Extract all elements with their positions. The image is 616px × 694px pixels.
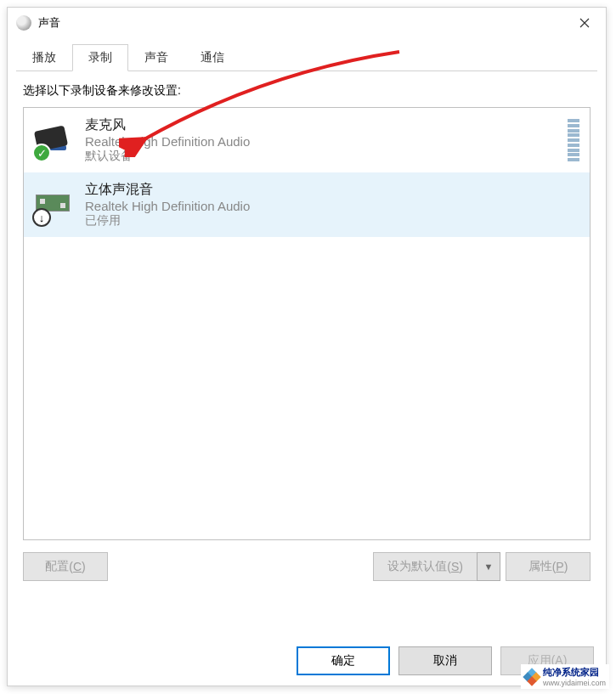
close-button[interactable] xyxy=(565,8,604,38)
set-default-dropdown[interactable]: ▼ xyxy=(477,552,500,581)
app-icon xyxy=(16,15,31,31)
device-name: 麦克风 xyxy=(85,116,561,134)
sound-dialog: 声音 播放 录制 声音 通信 选择以下录制设备来修改设置: ✓ 麦克风 Real… xyxy=(7,7,607,686)
microphone-icon: ✓ xyxy=(34,120,75,161)
level-meter xyxy=(568,119,579,161)
set-default-split-button: 设为默认值(S) ▼ xyxy=(373,552,500,581)
default-check-icon: ✓ xyxy=(32,144,51,162)
device-list[interactable]: ✓ 麦克风 Realtek High Definition Audio 默认设备… xyxy=(23,107,591,540)
watermark-url: www.yidaimei.com xyxy=(543,679,606,687)
device-stereo-mix[interactable]: ↓ 立体声混音 Realtek High Definition Audio 已停… xyxy=(24,172,590,237)
set-default-button[interactable]: 设为默认值(S) xyxy=(373,552,477,581)
tab-communications[interactable]: 通信 xyxy=(184,44,240,71)
soundcard-icon: ↓ xyxy=(34,184,75,225)
device-buttons-row: 配置(C) 设为默认值(S) ▼ 属性(P) xyxy=(23,552,591,581)
device-status: 默认设备 xyxy=(85,149,561,164)
titlebar: 声音 xyxy=(8,8,606,38)
close-icon xyxy=(579,18,590,28)
watermark: 纯净系统家园 www.yidaimei.com xyxy=(521,664,609,689)
tab-sounds[interactable]: 声音 xyxy=(128,44,184,71)
tab-content: 选择以下录制设备来修改设置: ✓ 麦克风 Realtek High Defini… xyxy=(8,71,606,593)
tab-strip: 播放 录制 声音 通信 xyxy=(16,43,597,71)
device-driver: Realtek High Definition Audio xyxy=(85,199,579,213)
tab-playback[interactable]: 播放 xyxy=(16,44,72,71)
watermark-brand: 纯净系统家园 xyxy=(543,667,599,677)
tab-recording[interactable]: 录制 xyxy=(72,44,128,71)
device-info: 麦克风 Realtek High Definition Audio 默认设备 xyxy=(85,116,561,164)
ok-button[interactable]: 确定 xyxy=(297,646,390,675)
device-driver: Realtek High Definition Audio xyxy=(85,134,561,149)
disabled-arrow-icon: ↓ xyxy=(32,208,51,227)
configure-button[interactable]: 配置(C) xyxy=(23,552,108,581)
device-info: 立体声混音 Realtek High Definition Audio 已停用 xyxy=(85,181,579,229)
device-name: 立体声混音 xyxy=(85,181,579,199)
chevron-down-icon: ▼ xyxy=(484,561,494,572)
device-microphone[interactable]: ✓ 麦克风 Realtek High Definition Audio 默认设备 xyxy=(24,108,590,172)
window-title: 声音 xyxy=(38,15,565,31)
cancel-button[interactable]: 取消 xyxy=(398,646,492,675)
properties-button[interactable]: 属性(P) xyxy=(506,552,591,581)
watermark-logo-icon xyxy=(524,669,540,685)
device-status: 已停用 xyxy=(85,213,579,229)
instruction-text: 选择以下录制设备来修改设置: xyxy=(23,83,591,99)
